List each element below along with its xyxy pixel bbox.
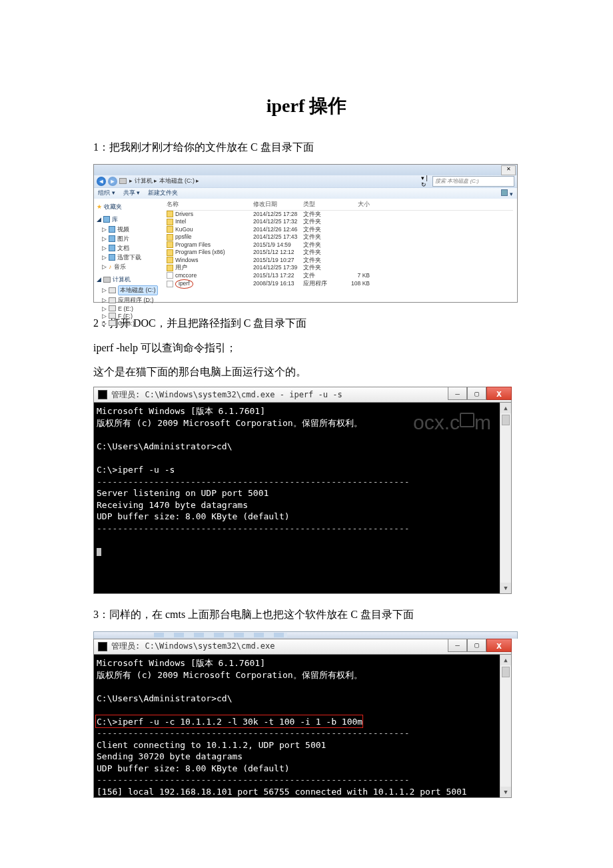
table-row[interactable]: Intel2014/12/25 17:32文件夹 [167, 218, 513, 226]
folder-icon [167, 211, 173, 217]
star-icon: ★ [97, 203, 102, 210]
tree-drive-e[interactable]: ▷ E (E:) [102, 305, 160, 312]
cmd-icon [98, 390, 107, 399]
maximize-button[interactable]: ▢ [467, 387, 486, 400]
newfolder-button[interactable]: 新建文件夹 [148, 189, 178, 197]
cmd-window-client: 管理员: C:\Windows\system32\cmd.exe — ▢ x M… [93, 639, 512, 798]
tree-drive-f[interactable]: ▷ F (F:) [102, 313, 160, 319]
tree-drive-c[interactable]: ▷ 本地磁盘 (C:) [102, 285, 160, 295]
explorer-window: ✕ ◄ ► ▸ 计算机 ▸ 本地磁盘 (C:) ▸ ▾ | ↻ 搜索 本地磁盘 … [93, 164, 518, 303]
tree-downloads[interactable]: ▷ 迅雷下载 [102, 253, 160, 262]
scroll-up-icon[interactable]: ▲ [500, 655, 511, 665]
computer-icon [119, 178, 127, 184]
library-icon [103, 216, 110, 223]
nav-tree: ★收藏夹 ◢ 库 ▷ 视频 ▷ 图片 ▷ 文档 ▷ 迅雷下载 ▷ ♪ 音乐 ◢ … [94, 199, 163, 302]
folder-icon [167, 265, 173, 271]
folder-icon [167, 257, 173, 263]
file-icon [167, 272, 173, 279]
back-button[interactable]: ◄ [97, 177, 106, 186]
page-title: iperf 操作 [93, 93, 520, 119]
table-row[interactable]: Drivers2014/12/25 17:28文件夹 [167, 211, 513, 219]
table-row[interactable]: Program Files (x86)2015/1/12 12:12文件夹 [167, 249, 513, 257]
forward-button[interactable]: ► [108, 177, 117, 186]
tree-video[interactable]: ▷ 视频 [102, 225, 160, 234]
scrollbar[interactable]: ▲ ▼ [500, 403, 511, 593]
scroll-up-icon[interactable]: ▲ [500, 403, 511, 413]
table-row[interactable]: iperf2008/3/19 16:13应用程序108 KB [167, 279, 513, 289]
share-button[interactable]: 共享 ▾ [123, 189, 141, 197]
scroll-down-icon[interactable]: ▼ [500, 787, 511, 797]
context-note: 这个是在猫下面的那台电脑上面运行这个的。 [93, 363, 520, 381]
table-row[interactable]: 用户2014/12/25 17:39文件夹 [167, 264, 513, 272]
minimize-button[interactable]: — [448, 387, 467, 400]
tree-favorites[interactable]: ★收藏夹 [97, 203, 160, 211]
computer-icon [103, 277, 111, 283]
cmd-output: Microsoft Windows [版本 6.1.7601] 版权所有 (c)… [93, 655, 512, 798]
tree-music[interactable]: ▷ ♪ 音乐 [102, 263, 160, 271]
close-icon[interactable]: ✕ [501, 165, 516, 175]
table-row[interactable]: Program Files2015/1/9 14:59文件夹 [167, 241, 513, 249]
explorer-titlebar: ✕ [94, 165, 517, 175]
cmd-titlebar: 管理员: C:\Windows\system32\cmd.exe - iperf… [93, 387, 512, 403]
cmd-window-server: 管理员: C:\Windows\system32\cmd.exe - iperf… [93, 387, 512, 594]
watermark: ocx.cm [413, 409, 491, 437]
step-1: 1：把我刚才刚才给你的文件放在 C 盘目录下面 [93, 139, 520, 156]
folder-icon [167, 234, 173, 241]
cursor [97, 548, 101, 556]
help-note: iperf -help 可以查询命令指引； [93, 339, 520, 357]
folder-icon [167, 241, 173, 248]
minimize-button[interactable]: — [448, 639, 467, 652]
cmd-icon [98, 642, 107, 651]
tree-drive-g[interactable]: ▷ G (G:) [102, 320, 160, 327]
scrollbar[interactable]: ▲ ▼ [500, 655, 511, 797]
view-options[interactable]: ▾ [501, 189, 513, 197]
folder-icon [167, 249, 173, 256]
scroll-thumb[interactable] [502, 415, 510, 425]
file-list: 名称 修改日期 类型 大小 Drivers2014/12/25 17:28文件夹… [163, 199, 517, 302]
folder-icon [167, 226, 173, 233]
table-row[interactable]: KuGou2014/12/26 12:46文件夹 [167, 226, 513, 234]
highlight-box [95, 715, 363, 728]
tree-pictures[interactable]: ▷ 图片 [102, 235, 160, 243]
table-row[interactable]: Windows2015/1/19 10:27文件夹 [167, 257, 513, 265]
tree-documents[interactable]: ▷ 文档 [102, 244, 160, 253]
folder-icon [167, 219, 173, 225]
file-icon [167, 281, 173, 287]
iperf-client-command: C:\>iperf -u -c 10.1.1.2 -l 30k -t 100 -… [97, 716, 508, 728]
cmd-titlebar: 管理员: C:\Windows\system32\cmd.exe — ▢ x [93, 639, 512, 655]
tree-computer[interactable]: ◢ 计算机 [97, 275, 160, 284]
table-row[interactable]: ppsfile2014/12/25 17:43文件夹 [167, 233, 513, 241]
cmd-output: ocx.cm Microsoft Windows [版本 6.1.7601] 版… [93, 403, 512, 594]
column-headers[interactable]: 名称 修改日期 类型 大小 [167, 199, 513, 211]
scroll-down-icon[interactable]: ▼ [500, 583, 511, 593]
explorer-toolbar: 组织 ▾ 共享 ▾ 新建文件夹 ▾ [94, 187, 517, 199]
explorer-navbar: ◄ ► ▸ 计算机 ▸ 本地磁盘 (C:) ▸ ▾ | ↻ 搜索 本地磁盘 (C… [94, 175, 517, 187]
taskbar-fragment [93, 631, 518, 639]
breadcrumb[interactable]: ▸ 计算机 ▸ 本地磁盘 (C:) ▸ [119, 177, 419, 185]
close-button[interactable]: x [486, 387, 512, 400]
step-3: 3：同样的，在 cmts 上面那台电脑上也把这个软件放在 C 盘目录下面 [93, 606, 520, 623]
scroll-thumb[interactable] [502, 667, 510, 677]
organize-button[interactable]: 组织 ▾ [98, 189, 115, 197]
table-row[interactable]: cmccore2015/1/13 17:22文件7 KB [167, 272, 513, 280]
tree-drive-d[interactable]: ▷ 应用程序 (D:) [102, 296, 160, 305]
close-button[interactable]: x [486, 639, 512, 652]
search-input[interactable]: 搜索 本地磁盘 (C:) [432, 176, 514, 187]
maximize-button[interactable]: ▢ [467, 639, 486, 652]
tree-libraries[interactable]: ◢ 库 [97, 215, 160, 224]
